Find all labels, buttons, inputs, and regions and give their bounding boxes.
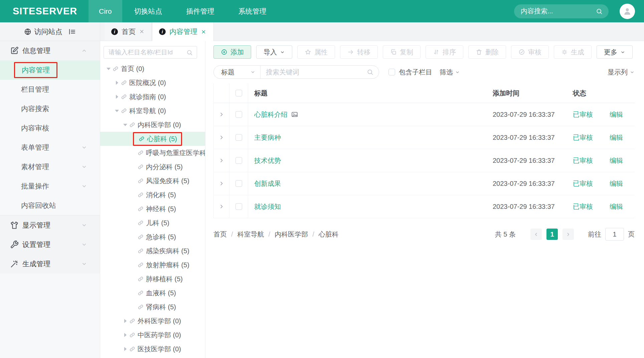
next-page-button[interactable]: › [562,229,574,240]
import-button[interactable]: 导入 [256,45,292,59]
sidebar-item-material-management[interactable]: 素材管理 [0,157,100,176]
visit-site-button[interactable]: 访问站点 [0,22,100,41]
tree-node[interactable]: 首页 (0) [100,62,205,76]
close-icon[interactable] [201,29,206,34]
tree-expanded-caret[interactable] [105,68,112,70]
row-expander[interactable] [213,126,229,149]
checkbox-header-cell [229,83,248,103]
sidebar-item-content-management[interactable]: 内容管理 [0,60,100,80]
content-title-link[interactable]: 就诊须知 [254,202,281,211]
breadcrumb-item[interactable]: 首页 [213,230,227,239]
filter-dropdown[interactable]: 筛选 [440,68,460,77]
tree-node[interactable]: 心脏科 (5) [100,132,205,146]
breadcrumb-item[interactable]: 心脏科 [319,230,339,239]
row-checkbox[interactable] [235,111,242,118]
sidebar-group-generate-management[interactable]: 生成管理 [0,254,100,274]
tree-expanded-caret[interactable] [114,110,120,112]
content-title-link[interactable]: 创新成果 [254,179,281,188]
goto-page-input[interactable] [605,228,624,241]
tree-node[interactable]: 肺移植科 (5) [100,272,205,286]
add-button[interactable]: 添加 [213,45,251,59]
columns-dropdown[interactable]: 显示列 [608,68,635,77]
tree-collapsed-caret[interactable] [122,333,129,337]
row-expander[interactable] [213,103,229,126]
sidebar-item-batch-operations[interactable]: 批量操作 [0,176,100,196]
row-checkbox[interactable] [235,203,242,210]
tree-node[interactable]: 中医药学部 (0) [100,328,205,342]
collapse-sidebar-icon[interactable] [68,28,76,36]
row-edit-link[interactable]: 编辑 [610,126,635,149]
row-checkbox[interactable] [235,157,242,164]
nav-system-management[interactable]: 系统管理 [226,0,279,22]
tree-collapsed-caret[interactable] [122,347,129,351]
header-search[interactable] [514,4,609,18]
tree-node[interactable]: 医院概况 (0) [100,76,205,90]
row-edit-link[interactable]: 编辑 [610,149,635,172]
content-title-link[interactable]: 主要病种 [254,133,281,142]
content-title-link[interactable]: 技术优势 [254,156,281,165]
tree-node[interactable]: 消化科 (5) [100,188,205,202]
table-row: 技术优势2023-07-29 16:33:37已审核编辑 [213,149,635,172]
tree-expanded-caret[interactable] [122,124,129,126]
sidebar-group-settings-management[interactable]: 设置管理 [0,235,100,254]
row-edit-link[interactable]: 编辑 [610,172,635,195]
image-icon [291,111,298,118]
tab-label: 内容管理 [169,27,197,36]
row-expander[interactable] [213,149,229,172]
include-children-checkbox[interactable] [388,69,395,75]
nav-switch-site[interactable]: 切换站点 [122,0,174,22]
tab-home[interactable]: i 首页 [105,22,152,41]
sidebar-item-channel-management[interactable]: 栏目管理 [0,80,100,99]
nav-plugin-management[interactable]: 插件管理 [174,0,226,22]
breadcrumb-item[interactable]: 科室导航 [237,230,264,239]
tree-node[interactable]: 医技医学部 (0) [100,342,205,356]
row-expander[interactable] [213,195,229,218]
header-search-input[interactable] [520,7,596,15]
tree-node[interactable]: 科室导航 (0) [100,104,205,118]
sidebar-item-form-management[interactable]: 表单管理 [0,138,100,157]
tree-node[interactable]: 内科医学部 (0) [100,118,205,132]
tree-node[interactable]: 神经科 (5) [100,202,205,216]
tree-node[interactable]: 感染疾病科 (5) [100,244,205,258]
sidebar-item-content-review[interactable]: 内容审核 [0,118,100,138]
row-edit-link[interactable]: 编辑 [610,103,635,126]
sidebar-group-info-management[interactable]: 信息管理 [0,41,100,60]
row-edit-link[interactable]: 编辑 [610,195,635,218]
search-icon[interactable] [367,69,373,75]
channel-search[interactable] [104,46,197,59]
tree-node[interactable]: 就诊指南 (0) [100,90,205,104]
tree-node[interactable]: 内分泌科 (5) [100,160,205,174]
more-button[interactable]: 更多 [597,45,633,59]
sidebar-group-display-management[interactable]: 显示管理 [0,215,100,235]
select-all-checkbox[interactable] [235,90,242,96]
search-field-select[interactable]: 标题 [214,66,261,78]
sidebar-item-content-search[interactable]: 内容搜索 [0,99,100,118]
tab-content-management[interactable]: i 内容管理 [152,22,214,41]
close-icon[interactable] [139,29,144,34]
tree-node[interactable]: 儿科 (5) [100,216,205,230]
tree-collapsed-caret[interactable] [114,95,120,99]
tree-node[interactable]: 呼吸与危重症医学科 (5) [100,146,205,160]
row-checkbox[interactable] [235,134,242,141]
channel-search-input[interactable] [108,48,186,56]
tree-node[interactable]: 血液科 (5) [100,286,205,300]
keyword-input[interactable] [261,68,367,76]
chevron-right-icon [218,181,224,187]
current-site-tab[interactable]: Ciro [89,0,122,22]
current-page-button[interactable]: 1 [546,229,558,240]
breadcrumb-item[interactable]: 内科医学部 [275,230,308,239]
content-title-link[interactable]: 心脏科介绍 [254,110,288,119]
row-expander[interactable] [213,172,229,195]
tree-node[interactable]: 肾病科 (5) [100,300,205,314]
search-icon[interactable] [596,8,603,15]
tree-node[interactable]: 急诊科 (5) [100,230,205,244]
tree-node[interactable]: 放射肿瘤科 (5) [100,258,205,272]
row-checkbox[interactable] [235,180,242,187]
tree-node[interactable]: 风湿免疫科 (5) [100,174,205,188]
tree-collapsed-caret[interactable] [122,319,129,323]
tree-node[interactable]: 外科医学部 (0) [100,314,205,328]
user-avatar[interactable] [620,4,635,19]
tree-collapsed-caret[interactable] [114,81,120,85]
prev-page-button[interactable]: ‹ [530,229,542,240]
sidebar-item-content-recycle-bin[interactable]: 内容回收站 [0,196,100,215]
